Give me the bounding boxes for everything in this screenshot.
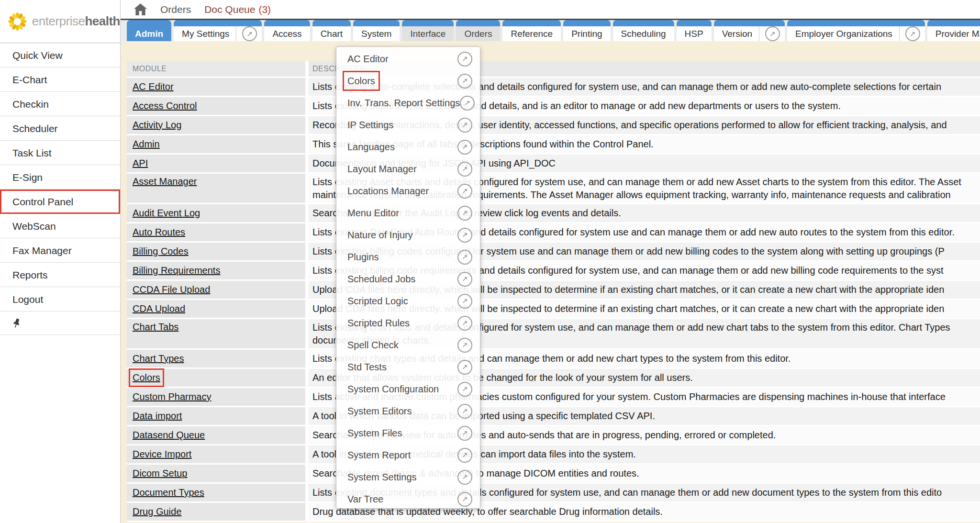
system-menu-item-colors[interactable]: Colors↗ [336,70,480,92]
pushpin-icon [12,318,22,328]
system-menu-item-plugins[interactable]: Plugins↗ [336,246,480,268]
tab-provider-management[interactable]: Provider Management↗ [927,20,980,41]
tab-chart[interactable]: Chart [312,20,351,41]
popout-icon[interactable]: ↗ [457,206,472,221]
sidebar-item-e-sign[interactable]: E-Sign [0,165,120,189]
tab-interface[interactable]: Interface [402,20,454,41]
popout-icon[interactable]: ↗ [457,228,472,243]
module-link-data-import[interactable]: Data import [133,411,182,422]
popout-icon[interactable]: ↗ [457,448,472,463]
menu-item-label: AC Editor [347,54,457,65]
popout-icon[interactable]: ↗ [457,492,472,507]
breadcrumb-doc-queue[interactable]: Doc Queue [204,4,255,15]
system-menu-item-languages[interactable]: Languages↗ [336,136,480,158]
tab-printing[interactable]: Printing [563,20,610,41]
module-link-billing-requirements[interactable]: Billing Requirements [133,265,220,276]
popout-icon[interactable]: ↗ [457,404,472,419]
module-link-asset-manager[interactable]: Asset Manager [133,176,197,187]
system-menu-item-var-tree[interactable]: Var Tree↗ [336,488,480,510]
popout-icon[interactable]: ↗ [457,338,472,353]
tab-hsp[interactable]: HSP [677,20,712,41]
system-menu-item-system-files[interactable]: System Files↗ [336,422,480,444]
system-menu-item-system-settings[interactable]: System Settings↗ [336,466,480,488]
module-link-dicom-setup[interactable]: Dicom Setup [133,468,188,479]
sidebar-pin-row[interactable] [0,312,120,335]
module-link-chart-tabs[interactable]: Chart Tabs [133,322,178,333]
sidebar-item-fax-manager[interactable]: Fax Manager [0,238,120,263]
module-link-drug-guide[interactable]: Drug Guide [133,506,181,517]
tab-version[interactable]: Version↗ [714,20,785,41]
popout-icon[interactable]: ↗ [457,316,472,331]
breadcrumb-orders[interactable]: Orders [160,4,191,15]
module-link-custom-pharmacy[interactable]: Custom Pharmacy [133,391,212,402]
system-menu-item-system-configuration[interactable]: System Configuration↗ [336,378,480,400]
popout-icon[interactable]: ↗ [457,118,472,133]
module-link-device-import[interactable]: Device Import [133,449,191,460]
popout-icon[interactable]: ↗ [457,360,472,375]
popout-icon[interactable]: ↗ [457,140,472,155]
module-link-api[interactable]: API [133,158,148,169]
sidebar-item-logout[interactable]: Logout [0,287,120,312]
module-cell: Data import [127,407,305,425]
module-link-access-control[interactable]: Access Control [133,100,197,111]
system-menu-item-ac-editor[interactable]: AC Editor↗ [336,48,480,70]
popout-icon[interactable]: ↗ [457,272,472,287]
sidebar-item-reports[interactable]: Reports [0,263,120,287]
module-link-colors[interactable]: Colors [133,372,160,383]
module-link-ccda-file-upload[interactable]: CCDA File Upload [133,284,210,295]
tab-body: Provider Management↗ [927,26,980,41]
popout-icon[interactable]: ↗ [457,250,472,265]
sidebar-item-checkin[interactable]: Checkin [0,92,120,116]
system-menu-item-layout-manager[interactable]: Layout Manager↗ [336,158,480,180]
sidebar-item-e-chart[interactable]: E-Chart [0,67,120,92]
sidebar-item-control-panel[interactable]: Control Panel [0,189,120,214]
module-link-document-types[interactable]: Document Types [133,487,204,498]
tab-reference[interactable]: Reference [502,20,561,41]
system-menu-item-locations-manager[interactable]: Locations Manager↗ [336,180,480,202]
module-link-activity-log[interactable]: Activity Log [133,120,181,131]
module-link-admin[interactable]: Admin [133,139,160,150]
popout-icon[interactable]: ↗ [457,470,472,485]
system-menu-item-inv-trans-report-settings[interactable]: Inv. Trans. Report Settings↗ [336,92,480,114]
system-menu-item-scripted-logic[interactable]: Scripted Logic↗ [336,290,480,312]
system-menu-item-std-tests[interactable]: Std Tests↗ [336,356,480,378]
module-link-ac-editor[interactable]: AC Editor [133,81,174,92]
tab-orders[interactable]: Orders [456,20,500,41]
popout-icon[interactable]: ↗ [457,162,472,177]
tab-admin[interactable]: Admin [127,20,171,41]
module-link-chart-types[interactable]: Chart Types [133,353,184,364]
tab-access[interactable]: Access [264,20,310,41]
system-menu-item-menu-editor[interactable]: Menu Editor↗ [336,202,480,224]
sidebar-item-scheduler[interactable]: Scheduler [0,116,120,141]
module-link-billing-codes[interactable]: Billing Codes [133,246,189,257]
tab-scheduling[interactable]: Scheduling [613,20,674,41]
home-icon[interactable] [134,3,147,15]
popout-icon[interactable]: ↗ [457,52,472,67]
system-menu-item-nature-of-injury[interactable]: Nature of Injury↗ [336,224,480,246]
system-menu-item-scheduled-jobs[interactable]: Scheduled Jobs↗ [336,268,480,290]
popout-icon[interactable]: ↗ [457,294,472,309]
popout-icon[interactable]: ↗ [457,184,472,199]
popout-icon[interactable]: ↗ [457,426,472,441]
sidebar-item-task-list[interactable]: Task List [0,141,120,165]
system-menu-item-system-editors[interactable]: System Editors↗ [336,400,480,422]
tab-employer-organizations[interactable]: Employer Organizations↗ [787,20,925,41]
tab-system[interactable]: System [353,20,400,41]
module-link-datasend-queue[interactable]: Datasend Queue [133,430,205,441]
popout-icon[interactable]: ↗ [460,96,475,111]
popout-icon[interactable]: ↗ [765,26,780,41]
popout-icon[interactable]: ↗ [905,26,920,41]
popout-icon[interactable]: ↗ [457,74,472,89]
system-menu-item-spell-check[interactable]: Spell Check↗ [336,334,480,356]
module-link-auto-routes[interactable]: Auto Routes [133,227,185,238]
module-link-cda-upload[interactable]: CDA Upload [133,303,185,314]
sidebar-item-webscan[interactable]: WebScan [0,214,120,238]
popout-icon[interactable]: ↗ [242,26,257,41]
tab-my-settings[interactable]: My Settings↗ [174,20,262,41]
system-menu-item-ip-settings[interactable]: IP Settings↗ [336,114,480,136]
popout-icon[interactable]: ↗ [457,382,472,397]
sidebar-item-quick-view[interactable]: Quick View [0,43,120,67]
system-menu-item-scripted-rules[interactable]: Scripted Rules↗ [336,312,480,334]
system-menu-item-system-report[interactable]: System Report↗ [336,444,480,466]
module-link-audit-event-log[interactable]: Audit Event Log [133,208,200,219]
